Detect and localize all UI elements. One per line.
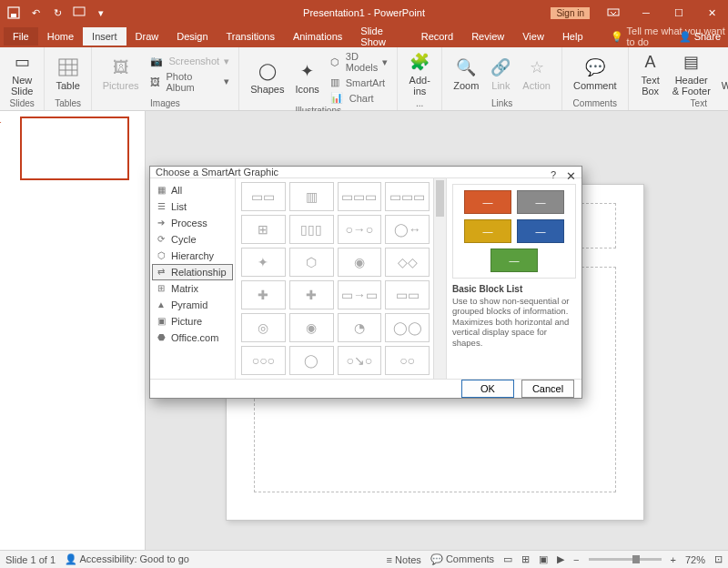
layout-option[interactable]: ◎ xyxy=(241,313,286,342)
addins-button[interactable]: 🧩Add- ins xyxy=(405,49,434,98)
layout-option[interactable]: ✚ xyxy=(241,280,286,309)
category-matrix[interactable]: ⊞Matrix xyxy=(152,280,233,297)
minimize-button[interactable]: ─ xyxy=(630,0,662,25)
category-office[interactable]: ⬣Office.com xyxy=(152,330,233,346)
accessibility-status[interactable]: 👤 Accessibility: Good to go xyxy=(65,553,189,565)
layout-option[interactable]: ▭▭▭ xyxy=(385,182,430,211)
pictures-button[interactable]: 🖼Pictures xyxy=(99,55,143,93)
header-footer-button[interactable]: ▤Header & Footer xyxy=(669,49,714,98)
layout-option[interactable]: ◉ xyxy=(338,248,382,277)
layout-option[interactable]: ○↘○ xyxy=(338,346,382,375)
layout-option[interactable]: ▥ xyxy=(289,182,334,211)
gallery-scrollbar[interactable] xyxy=(433,178,446,379)
layout-option[interactable]: ◔ xyxy=(338,313,382,342)
slide-thumbnail-1[interactable] xyxy=(20,117,129,180)
zoom-level[interactable]: 72% xyxy=(685,554,705,565)
dialog-help-icon[interactable]: ? xyxy=(551,169,556,180)
category-hierarchy[interactable]: ⬡Hierarchy xyxy=(152,248,233,264)
start-from-beginning-icon[interactable] xyxy=(71,5,87,21)
maximize-button[interactable]: ☐ xyxy=(662,0,695,25)
layout-option[interactable]: ▭▭ xyxy=(385,280,430,309)
zoom-slider[interactable] xyxy=(589,558,662,561)
layout-option[interactable]: ◉ xyxy=(289,313,334,342)
zoom-in-icon[interactable]: + xyxy=(671,554,676,565)
layout-option[interactable]: ▭→▭ xyxy=(338,280,382,309)
tab-design[interactable]: Design xyxy=(167,27,217,46)
text-box-button[interactable]: AText Box xyxy=(636,49,665,98)
screenshot-button[interactable]: 📷Screenshot ▾ xyxy=(147,54,232,69)
slideshow-view-icon[interactable]: ▶ xyxy=(557,553,564,565)
redo-icon[interactable]: ↻ xyxy=(49,5,66,21)
scrollbar-thumb[interactable] xyxy=(436,180,444,217)
action-button[interactable]: ☆Action xyxy=(519,55,554,93)
shapes-button[interactable]: ◯Shapes xyxy=(247,58,288,96)
sign-in-button[interactable]: Sign in xyxy=(551,7,590,19)
ribbon-options-icon[interactable] xyxy=(597,0,630,25)
tab-insert[interactable]: Insert xyxy=(83,27,126,46)
fit-to-window-icon[interactable]: ⊡ xyxy=(714,553,723,565)
layout-option[interactable]: ○○ xyxy=(385,346,430,375)
dialog-title-bar[interactable]: Choose a SmartArt Graphic ? ✕ xyxy=(150,167,581,178)
tab-transitions[interactable]: Transitions xyxy=(217,27,284,46)
qat-dropdown-icon[interactable]: ▾ xyxy=(93,5,109,21)
ok-button[interactable]: OK xyxy=(461,380,514,398)
layout-option[interactable]: ◯ xyxy=(289,346,334,375)
layout-option[interactable]: ▭▭▭ xyxy=(338,182,382,211)
wordart-button[interactable]: AWordArt xyxy=(718,55,728,93)
link-button[interactable]: 🔗Link xyxy=(486,55,515,93)
tab-view[interactable]: View xyxy=(513,27,553,46)
tab-draw[interactable]: Draw xyxy=(126,27,168,46)
comment-button[interactable]: 💬Comment xyxy=(570,55,621,93)
tab-file[interactable]: File xyxy=(4,27,38,46)
tab-animations[interactable]: Animations xyxy=(284,27,351,46)
shapes-icon: ◯ xyxy=(257,60,278,82)
category-process[interactable]: ➔Process xyxy=(152,215,233,231)
category-pyramid[interactable]: ▲Pyramid xyxy=(152,297,233,313)
tab-help[interactable]: Help xyxy=(553,27,592,46)
chart-button[interactable]: 📊Chart xyxy=(327,90,389,106)
tab-home[interactable]: Home xyxy=(38,27,83,46)
notes-button[interactable]: ≡ Notes xyxy=(387,554,421,565)
category-picture[interactable]: ▣Picture xyxy=(152,313,233,330)
category-list[interactable]: ☰List xyxy=(152,198,233,215)
tab-review[interactable]: Review xyxy=(462,27,513,46)
layout-option[interactable]: ⊞ xyxy=(241,215,286,244)
cancel-button[interactable]: Cancel xyxy=(521,380,574,398)
layout-option[interactable]: ◇◇ xyxy=(385,248,430,277)
share-button[interactable]: 👤 Share xyxy=(679,31,721,43)
layout-option[interactable]: ✚ xyxy=(289,280,334,309)
layout-option[interactable]: ◯◯ xyxy=(385,313,430,342)
layout-option[interactable]: ✦ xyxy=(241,248,286,277)
layout-option[interactable]: ▯▯▯ xyxy=(289,215,334,244)
zoom-slider-knob[interactable] xyxy=(632,555,640,563)
layout-gallery[interactable]: ▭▭ ▥ ▭▭▭ ▭▭▭ ⊞ ▯▯▯ ○→○ ◯↔ ✦ ⬡ ◉ ◇◇ ✚ ✚ ▭… xyxy=(236,178,447,379)
comments-button[interactable]: 💬 Comments xyxy=(430,553,494,565)
tab-slideshow[interactable]: Slide Show xyxy=(351,22,411,51)
category-all[interactable]: ▦All xyxy=(152,182,233,198)
normal-view-icon[interactable]: ▭ xyxy=(503,553,512,565)
sorter-view-icon[interactable]: ⊞ xyxy=(521,553,530,565)
dialog-close-icon[interactable]: ✕ xyxy=(566,169,576,183)
icons-button[interactable]: ✦Icons xyxy=(291,58,322,96)
new-slide-button[interactable]: ▭New Slide xyxy=(7,49,36,98)
reading-view-icon[interactable]: ▣ xyxy=(539,553,548,565)
undo-icon[interactable]: ↶ xyxy=(27,5,44,21)
layout-option[interactable]: ○→○ xyxy=(338,215,382,244)
zoom-out-icon[interactable]: − xyxy=(573,554,579,565)
table-button[interactable]: Table xyxy=(52,55,83,93)
close-button[interactable]: ✕ xyxy=(695,0,728,25)
layout-option[interactable]: ▭▭ xyxy=(241,182,286,211)
smartart-button[interactable]: ▥SmartArt xyxy=(327,75,389,90)
layout-option[interactable]: ○○○ xyxy=(241,346,286,375)
category-relationship[interactable]: ⇄Relationship xyxy=(152,264,233,280)
slide-counter[interactable]: Slide 1 of 1 xyxy=(5,554,56,565)
save-icon[interactable] xyxy=(5,5,22,21)
slide-thumbnail-panel[interactable]: 1 xyxy=(0,111,146,550)
3d-models-button[interactable]: ⬡3D Models ▾ xyxy=(327,49,389,75)
layout-option[interactable]: ◯↔ xyxy=(385,215,430,244)
tab-record[interactable]: Record xyxy=(412,27,462,46)
layout-option[interactable]: ⬡ xyxy=(289,248,334,277)
zoom-button[interactable]: 🔍Zoom xyxy=(450,55,482,93)
photo-album-button[interactable]: 🖼Photo Album ▾ xyxy=(147,69,232,95)
category-cycle[interactable]: ⟳Cycle xyxy=(152,231,233,248)
